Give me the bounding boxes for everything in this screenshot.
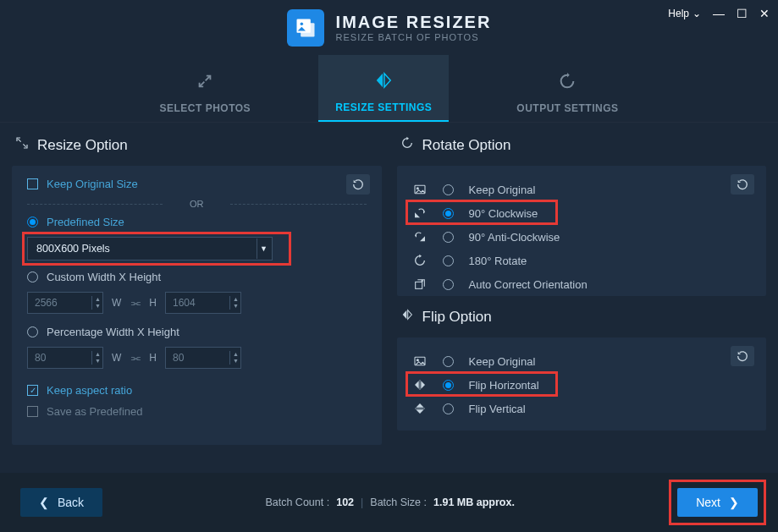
- flip-keep-original[interactable]: Keep Original: [412, 349, 752, 373]
- batch-info: Batch Count : 102 | Batch Size : 1.91 MB…: [265, 496, 514, 508]
- app-title: IMAGE RESIZER: [336, 13, 492, 32]
- image-icon: [412, 183, 428, 196]
- tab-label: SELECT PHOTOS: [160, 102, 251, 114]
- panel-title: Resize Option: [37, 137, 128, 154]
- option-label: 180° Rotate: [469, 255, 527, 267]
- radio-label: Predefined Size: [47, 216, 124, 228]
- save-as-predefined-checkbox[interactable]: Save as Predefined: [27, 405, 367, 418]
- rotate-180-icon: [412, 254, 428, 267]
- link-icon: ⫘: [130, 352, 141, 365]
- svg-point-8: [417, 359, 418, 361]
- maximize-button[interactable]: ☐: [737, 7, 748, 20]
- app-logo-icon: [287, 9, 324, 47]
- option-label: Flip Horizontal: [469, 379, 539, 392]
- custom-height-input[interactable]: 1604 ▲▼: [165, 292, 241, 314]
- h-label: H: [149, 352, 157, 364]
- option-label: Auto Correct Orientation: [469, 278, 588, 291]
- w-label: W: [112, 297, 121, 309]
- right-column: Rotate Option Keep Original 90° Clo: [397, 136, 767, 469]
- close-button[interactable]: ✕: [759, 7, 770, 20]
- panel-title: Rotate Option: [422, 137, 511, 154]
- back-button[interactable]: ❮ Back: [20, 488, 102, 517]
- next-button[interactable]: Next ❯: [677, 488, 758, 517]
- dropdown-value: 800X600 Pixels: [36, 243, 110, 255]
- resize-panel: Resize Option Keep Original Size OR Pred…: [12, 136, 382, 469]
- chevron-right-icon: ❯: [729, 496, 739, 509]
- radio-label: Percentage Width X Height: [47, 326, 179, 338]
- input-value: 2566: [35, 297, 58, 309]
- help-label: Help: [668, 8, 689, 19]
- chevron-left-icon: ❮: [39, 496, 49, 509]
- radio-label: Custom Width X Height: [47, 271, 161, 283]
- flip-horizontal-icon: [412, 378, 428, 392]
- panel-title: Flip Option: [422, 309, 492, 326]
- expand-icon: [196, 72, 214, 96]
- tab-select-photos[interactable]: SELECT PHOTOS: [143, 55, 268, 122]
- image-icon: [412, 354, 428, 368]
- auto-orient-icon: [412, 277, 428, 291]
- batch-count-label: Batch Count :: [265, 496, 329, 508]
- reset-resize-button[interactable]: [346, 174, 370, 195]
- button-label: Back: [58, 496, 84, 509]
- rotate-keep-original[interactable]: Keep Original: [412, 178, 752, 201]
- batch-size-label: Batch Size :: [370, 496, 427, 508]
- batch-size-value: 1.91 MB approx.: [433, 496, 515, 508]
- titlebar: IMAGE RESIZER RESIZE BATCH OF PHOTOS Hel…: [0, 0, 778, 55]
- flip-vertical[interactable]: Flip Vertical: [412, 397, 752, 420]
- rotate-icon: [400, 136, 414, 154]
- rotate-auto-correct[interactable]: Auto Correct Orientation: [412, 272, 752, 296]
- rotate-cw-icon: [412, 206, 428, 220]
- link-icon: ⫘: [130, 297, 141, 310]
- percent-wh-radio[interactable]: Percentage Width X Height: [27, 326, 367, 338]
- custom-wh-radio[interactable]: Custom Width X Height: [27, 271, 367, 283]
- footer: ❮ Back Batch Count : 102 | Batch Size : …: [0, 473, 778, 532]
- flip-vertical-icon: [412, 402, 428, 415]
- percent-height-input[interactable]: 80 ▲▼: [165, 347, 241, 369]
- tabs-bar: SELECT PHOTOS RESIZE SETTINGS OUTPUT SET…: [0, 55, 778, 123]
- svg-point-6: [422, 280, 422, 281]
- minimize-button[interactable]: —: [713, 7, 725, 20]
- flip-icon: [400, 308, 414, 326]
- option-label: Keep Original: [469, 184, 536, 196]
- predefined-size-radio[interactable]: Predefined Size: [27, 216, 367, 228]
- checkbox-label: Keep Original Size: [47, 178, 138, 190]
- chevron-down-icon: ⌄: [692, 8, 701, 19]
- rotate-90-acw[interactable]: 90° Anti-Clockwise: [412, 225, 752, 249]
- flip-icon: [374, 71, 393, 95]
- batch-count-value: 102: [336, 496, 354, 508]
- input-value: 1604: [173, 297, 196, 309]
- rotate-acw-icon: [412, 230, 428, 244]
- rotate-icon: [558, 72, 577, 96]
- custom-width-input[interactable]: 2566 ▲▼: [27, 292, 103, 314]
- percent-width-input[interactable]: 80 ▲▼: [27, 347, 103, 369]
- svg-point-2: [300, 22, 303, 25]
- rotate-180[interactable]: 180° Rotate: [412, 249, 752, 272]
- h-label: H: [149, 297, 157, 309]
- flip-horizontal[interactable]: Flip Horizontal: [412, 373, 752, 397]
- button-label: Next: [696, 496, 720, 509]
- help-dropdown[interactable]: Help ⌄: [668, 8, 701, 19]
- keep-aspect-checkbox[interactable]: ✓ Keep aspect ratio: [27, 384, 367, 397]
- or-divider: OR: [27, 199, 367, 209]
- checkbox-label: Save as Predefined: [47, 405, 142, 418]
- rotate-90-cw[interactable]: 90° Clockwise: [412, 201, 752, 225]
- svg-point-4: [417, 188, 418, 189]
- predefined-size-dropdown[interactable]: 800X600 Pixels ▼: [27, 237, 273, 261]
- tab-label: RESIZE SETTINGS: [335, 101, 432, 113]
- checkbox-label: Keep aspect ratio: [47, 384, 132, 397]
- svg-rect-5: [415, 282, 422, 288]
- reset-rotate-button[interactable]: [731, 174, 754, 195]
- option-label: 90° Anti-Clockwise: [469, 231, 560, 244]
- tab-output-settings[interactable]: OUTPUT SETTINGS: [499, 55, 635, 122]
- reset-flip-button[interactable]: [731, 346, 754, 366]
- input-value: 80: [35, 352, 46, 364]
- w-label: W: [112, 352, 121, 364]
- app-subtitle: RESIZE BATCH OF PHOTOS: [336, 32, 492, 42]
- keep-original-size-checkbox[interactable]: Keep Original Size: [27, 178, 367, 190]
- expand-corners-icon: [15, 136, 29, 154]
- option-label: Flip Vertical: [469, 403, 526, 415]
- tab-label: OUTPUT SETTINGS: [516, 102, 618, 114]
- option-label: 90° Clockwise: [469, 207, 538, 220]
- tab-resize-settings[interactable]: RESIZE SETTINGS: [318, 55, 449, 122]
- chevron-down-icon: ▼: [257, 239, 270, 259]
